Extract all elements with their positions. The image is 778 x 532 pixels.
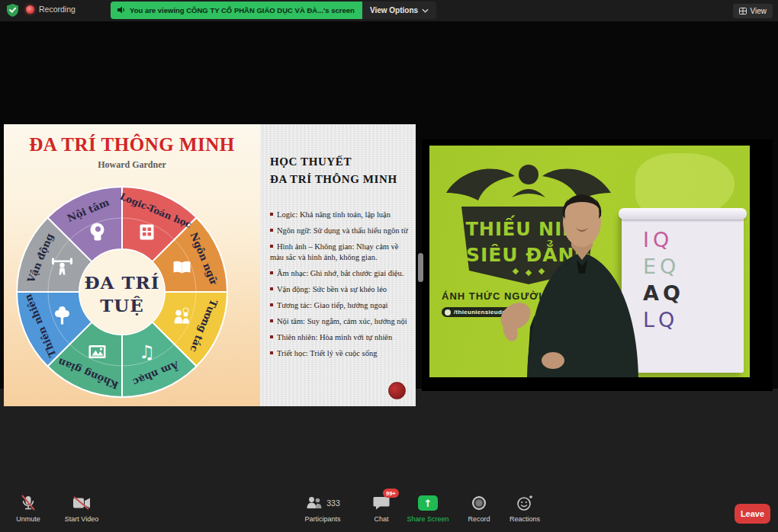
bullet-item: Tương tác: Giao tiếp, hướng ngoại xyxy=(270,300,409,311)
bullet-item: Âm nhạc: Ghi nhớ, bắt chước giai điệu. xyxy=(270,268,409,279)
bullet-item: Nội tâm: Suy ngẫm, cảm xúc, hướng nội xyxy=(270,316,409,327)
participants-button[interactable]: 333 Participants xyxy=(297,494,348,523)
bullet-list: Logic: Khả năng tính toán, lập luậnNgôn … xyxy=(270,210,409,364)
bottom-toolbar: Unmute Start Video 333 Participants xyxy=(0,492,778,532)
panel-title: HỌC THUYẾT ĐA TRÍ THÔNG MINH xyxy=(270,153,397,189)
video-scene: THIẾU NIÊN SIÊU ĐẲNG ÁNH THỨC NGƯỜI /thi… xyxy=(429,146,750,377)
record-button[interactable]: Record xyxy=(462,494,496,523)
share-screen-button[interactable]: ↑ Share Screen xyxy=(403,494,453,523)
presenter-figure xyxy=(429,146,750,377)
viewing-banner: You are viewing CÔNG TY CỔ PHẦN GIÁO DỤC… xyxy=(111,2,362,19)
share-screen-icon: ↑ xyxy=(418,495,438,511)
speaker-video-tile: THIẾU NIÊN SIÊU ĐẲNG ÁNH THỨC NGƯỜI /thi… xyxy=(422,139,773,391)
grid-view-icon xyxy=(739,8,747,14)
view-button[interactable]: View xyxy=(733,4,773,18)
panel-resize-handle[interactable] xyxy=(418,253,423,282)
shared-screen-slide: ĐA TRÍ THÔNG MINH Howard Gardner Logic-T… xyxy=(4,124,416,406)
top-bar: Recording You are viewing CÔNG TY CỔ PHẦ… xyxy=(0,0,778,21)
picture-icon xyxy=(88,345,105,358)
bullet-item: Logic: Khả năng tính toán, lập luận xyxy=(270,210,409,220)
speaker-icon xyxy=(117,4,126,18)
view-options-button[interactable]: View Options xyxy=(362,2,436,19)
chat-unread-badge: 99+ xyxy=(383,489,399,498)
slide-subtitle: Howard Gardner xyxy=(4,159,260,171)
slide-wheel-section: ĐA TRÍ THÔNG MINH Howard Gardner Logic-T… xyxy=(4,124,260,406)
participants-icon xyxy=(305,495,323,511)
bullet-item: Thiên nhiên: Hòa mình với tự nhiên xyxy=(270,332,409,343)
zoom-meeting-window: Recording You are viewing CÔNG TY CỔ PHẦ… xyxy=(0,0,778,532)
slide-red-dot xyxy=(388,382,406,399)
viewing-banner-text: You are viewing CÔNG TY CỔ PHẦN GIÁO DỤC… xyxy=(130,6,355,14)
unmute-button[interactable]: Unmute xyxy=(9,494,47,523)
camera-off-icon xyxy=(72,494,91,512)
bullet-item: Vận động: Sức bền và sự khéo léo xyxy=(270,284,409,295)
reactions-button[interactable]: Reactions xyxy=(505,494,545,523)
bullet-item: Hình ảnh – Không gian: Nhạy cảm về màu s… xyxy=(270,242,409,264)
chat-button[interactable]: 99+ Chat xyxy=(365,494,398,523)
calculator-icon xyxy=(140,224,154,239)
music-note-icon: ♫ xyxy=(139,341,156,363)
reactions-smiley-icon xyxy=(516,495,534,511)
slide-title: ĐA TRÍ THÔNG MINH xyxy=(4,134,260,155)
bullet-item: Ngôn ngữ: Sử dụng và thấu hiểu ngôn từ xyxy=(270,226,409,236)
leave-button[interactable]: Leave xyxy=(735,504,770,524)
recording-indicator: Recording xyxy=(26,5,76,14)
slide-text-section: HỌC THUYẾT ĐA TRÍ THÔNG MINH Logic: Khả … xyxy=(260,124,416,406)
intelligence-wheel-diagram: Logic-Toán họcNgôn ngữTương tác♫Âm nhạcK… xyxy=(8,178,236,406)
bullet-item: Triết học: Triết lý về cuộc sống xyxy=(270,348,409,359)
microphone-muted-icon xyxy=(20,494,37,512)
security-shield-icon[interactable] xyxy=(7,4,18,20)
chevron-down-icon xyxy=(422,8,429,13)
recording-dot-icon xyxy=(26,5,34,14)
participants-count: 333 xyxy=(326,498,340,508)
book-icon xyxy=(174,261,191,274)
start-video-button[interactable]: Start Video xyxy=(58,494,105,523)
wheel-center-text: ĐA TRÍ xyxy=(85,272,160,293)
recording-label: Recording xyxy=(39,5,76,14)
record-icon xyxy=(471,495,487,511)
svg-text:♫: ♫ xyxy=(139,341,156,363)
wheel-center-text: TUỆ xyxy=(100,295,144,316)
